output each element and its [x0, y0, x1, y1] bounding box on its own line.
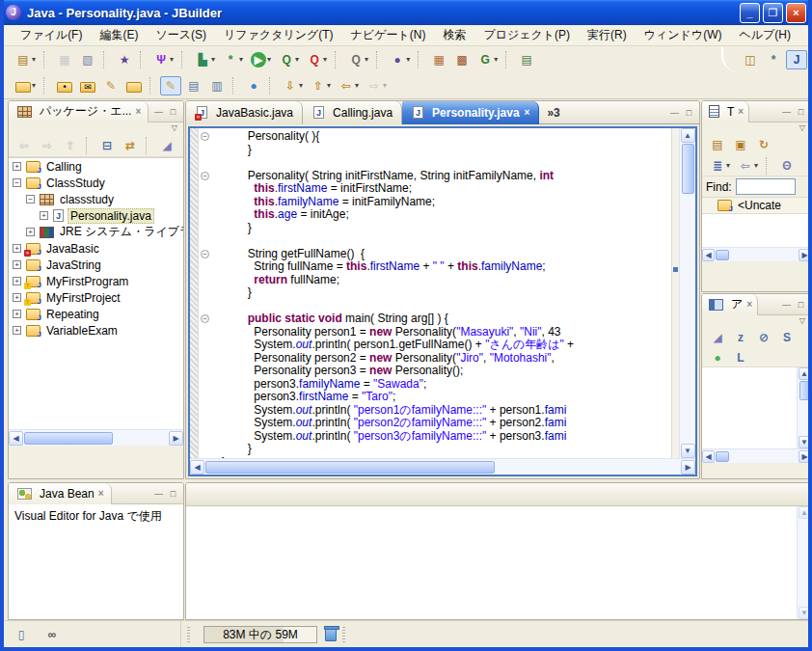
tab-javabean[interactable]: Java Bean × — [9, 483, 112, 504]
close-tab-icon[interactable]: × — [525, 107, 530, 118]
scrollbar-thumb[interactable] — [682, 144, 694, 194]
tree-item-Calling[interactable]: +Calling — [9, 158, 183, 175]
menu-item-8[interactable]: ウィンドウ(W) — [636, 25, 731, 45]
view-menu-chevron[interactable]: ▽ — [702, 315, 811, 327]
tree-expand-toggle[interactable]: + — [13, 310, 21, 318]
tree-item-Personalityjava[interactable]: +Personality.java — [9, 207, 183, 224]
tree-item-classstudy[interactable]: −classstudy — [9, 191, 183, 207]
tree-expand-toggle[interactable]: + — [13, 293, 21, 302]
editor-h-scrollbar[interactable]: ◀ ▶ — [190, 458, 695, 475]
tree-expand-toggle[interactable]: − — [13, 178, 21, 187]
menu-item-3[interactable]: リファクタリング(T) — [215, 25, 342, 45]
tree-expand-toggle[interactable]: + — [26, 228, 35, 236]
tree-item-JavaString[interactable]: +JavaString — [9, 257, 183, 273]
menu-item-7[interactable]: 実行(R) — [579, 25, 636, 45]
scrollbar-thumb[interactable] — [716, 451, 729, 462]
link-editor-button[interactable]: ⇄ — [120, 136, 141, 155]
run-last-button[interactable]: Q▾ — [276, 50, 302, 69]
overview-ruler[interactable] — [671, 128, 679, 458]
java-perspective-button[interactable]: J — [786, 50, 807, 69]
code-editor[interactable]: Personality( ){ } Personality( String in… — [212, 128, 671, 458]
new-class-button[interactable]: ▩ — [451, 50, 473, 69]
tab-tasks[interactable]: T × — [702, 101, 749, 122]
open-file-button[interactable]: ▾ — [13, 77, 39, 95]
new-bean-button[interactable]: ▯ — [11, 625, 32, 644]
scrollbar-thumb[interactable] — [799, 381, 810, 400]
scroll-left-icon[interactable]: ◀ — [9, 431, 23, 446]
menu-item-2[interactable]: ソース(S) — [147, 25, 215, 45]
scroll-right-icon[interactable]: ▶ — [798, 249, 811, 261]
view-menu-chevron[interactable]: ▽ — [9, 122, 183, 134]
minimize-view-icon[interactable]: — — [779, 298, 794, 312]
garbage-collect-button[interactable] — [325, 628, 337, 641]
coverage-button[interactable]: Q▾ — [345, 50, 371, 69]
console-output[interactable] — [186, 506, 797, 619]
metrics-button[interactable]: ▙▾ — [192, 50, 218, 69]
titlebar[interactable]: J Java - Personality.java - JBuilder _ ❐… — [0, 0, 812, 25]
external-tools-button[interactable]: Q▾ — [304, 50, 330, 69]
new-groovy-button[interactable]: G▾ — [474, 50, 501, 69]
uml-button[interactable]: Ψ▾ — [150, 50, 176, 69]
maximize-view-icon[interactable]: □ — [166, 487, 180, 501]
tree-item-MyFirstProject[interactable]: +MyFirstProject — [9, 289, 183, 306]
console-v-scrollbar[interactable]: ▲ ▼ — [797, 506, 811, 619]
scrollbar-thumb[interactable] — [716, 250, 729, 260]
scroll-right-icon[interactable]: ▶ — [681, 460, 695, 475]
scroll-left-icon[interactable]: ◀ — [190, 460, 204, 475]
task-category-row[interactable]: <Uncate — [702, 197, 811, 214]
menu-item-1[interactable]: 編集(E) — [91, 25, 147, 45]
new-wizard-button[interactable]: ▤▾ — [13, 50, 39, 69]
tree-item-JRE[interactable]: +JRE システム・ライブラリ — [9, 224, 183, 240]
explorer-h-scrollbar[interactable]: ◀ ▶ — [9, 429, 183, 446]
tree-expand-toggle[interactable]: + — [13, 244, 21, 253]
editor-tab-JavaBasic.java[interactable]: JavaBasic.java — [186, 101, 303, 124]
task-list-button[interactable]: ▤ — [516, 50, 537, 69]
outline-v-scrollbar[interactable]: ▲ ▼ — [797, 367, 811, 448]
run-button[interactable]: ▶▾ — [248, 50, 274, 69]
menu-item-9[interactable]: ヘルプ(H) — [730, 25, 799, 45]
close-view-icon[interactable]: × — [746, 299, 752, 310]
mark-pencil-button[interactable]: ✎ — [100, 76, 122, 95]
minimize-view-icon[interactable]: — — [151, 105, 166, 119]
scroll-right-icon[interactable]: ▶ — [798, 450, 811, 463]
hide-fields-button[interactable]: ⊘ — [753, 328, 774, 347]
back-button[interactable]: ⇦▾ — [735, 156, 761, 176]
scroll-up-icon[interactable]: ▲ — [681, 128, 695, 143]
menu-item-0[interactable]: ファイル(F) — [12, 25, 91, 45]
minimize-button[interactable]: _ — [740, 3, 760, 23]
scroll-down-icon[interactable]: ▼ — [798, 436, 811, 448]
tree-expand-toggle[interactable]: + — [13, 326, 21, 335]
fold-collapse-icon[interactable]: − — [201, 132, 209, 141]
web-tools-button[interactable]: ●▾ — [387, 50, 413, 69]
open-type-button[interactable]: • — [54, 77, 75, 95]
editor-tab-Personality.java[interactable]: Personality.java× — [402, 101, 539, 124]
tree-expand-toggle[interactable]: − — [26, 195, 35, 203]
print-button[interactable]: ▧ — [77, 50, 98, 69]
fold-collapse-icon[interactable]: − — [201, 172, 209, 180]
glasses-button[interactable]: ∞ — [41, 625, 63, 644]
menu-item-4[interactable]: ナビゲート(N) — [342, 25, 435, 45]
close-view-icon[interactable]: × — [98, 488, 104, 499]
tasks-list[interactable] — [702, 214, 811, 247]
highlight-button[interactable]: ✎ — [160, 76, 181, 95]
scroll-left-icon[interactable]: ◀ — [702, 249, 715, 261]
new-java-wizard-button[interactable]: ★ — [114, 50, 135, 69]
minimize-view-icon[interactable]: — — [667, 106, 682, 120]
next-annotation-button[interactable]: ▤ — [183, 76, 204, 95]
more-tabs-indicator[interactable]: »3 — [539, 106, 567, 120]
new-category-button[interactable]: ▤ — [707, 135, 728, 154]
sync-tasks-button[interactable]: ↻ — [753, 135, 774, 154]
menu-item-6[interactable]: プロジェクト(P) — [474, 25, 579, 45]
open-perspective-button[interactable]: ◫ — [740, 50, 761, 69]
tab-outline[interactable]: ア × — [702, 294, 758, 315]
hide-static-button[interactable]: S — [776, 328, 798, 347]
scroll-right-icon[interactable]: ▶ — [169, 431, 183, 446]
new-task-button[interactable]: ▣ — [730, 135, 751, 154]
filter-button[interactable]: ◢ — [156, 136, 177, 155]
back-button[interactable]: ⇦▾ — [336, 76, 362, 95]
outline-h-scrollbar[interactable]: ◀ ▶ — [702, 448, 811, 463]
open-resource-button[interactable] — [123, 77, 145, 95]
tree-item-Repeating[interactable]: +Repeating — [9, 306, 183, 322]
tree-item-ClassStudy[interactable]: −ClassStudy — [9, 175, 183, 191]
filter-button[interactable]: ◢ — [707, 328, 728, 347]
